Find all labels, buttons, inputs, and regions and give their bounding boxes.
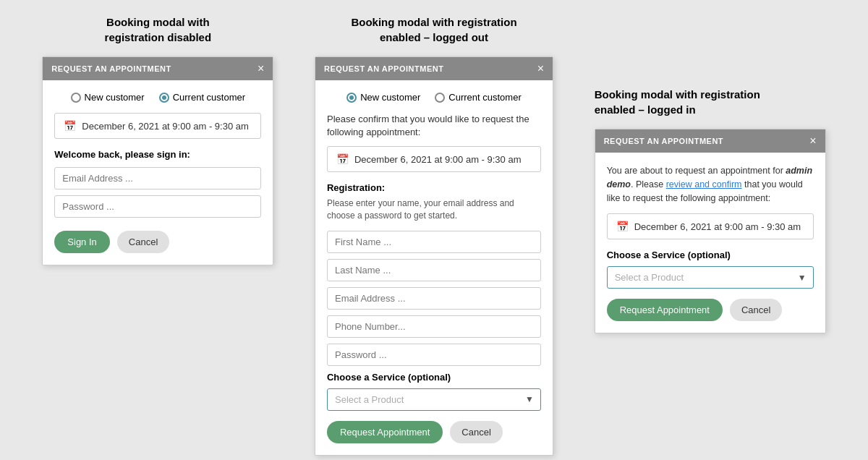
middle-lastname-input[interactable] — [327, 259, 541, 281]
left-section: Booking modal withregistration disabled … — [42, 14, 273, 265]
middle-radio-group: New customer Current customer — [327, 92, 541, 103]
right-modal: REQUEST AN APPOINTMENT × You are about t… — [595, 129, 826, 333]
left-modal-close[interactable]: × — [258, 63, 264, 74]
right-confirm-link[interactable]: review and confirm — [666, 179, 742, 189]
right-btn-row: Request Appointment Cancel — [607, 299, 814, 321]
middle-modal-body: New customer Current customer Please con… — [315, 80, 553, 455]
middle-select-wrapper: Select a Product ▼ — [327, 388, 541, 411]
left-signin-button[interactable]: Sign In — [54, 231, 109, 253]
middle-btn-row: Request Appointment Cancel — [327, 421, 541, 443]
left-radio-new[interactable]: New customer — [71, 92, 145, 103]
right-confirm-text: You are about to request an appointment … — [607, 164, 814, 205]
middle-section: Booking modal with registrationenabled –… — [315, 14, 553, 456]
left-radio-group: New customer Current customer — [54, 92, 261, 103]
middle-firstname-input[interactable] — [327, 231, 541, 253]
left-date-display: 📅 December 6, 2021 at 9:00 am - 9:30 am — [54, 113, 261, 139]
left-modal: REQUEST AN APPOINTMENT × New customer Cu… — [42, 56, 273, 265]
middle-radio-current[interactable]: Current customer — [435, 92, 521, 103]
right-service-label: Choose a Service (optional) — [607, 250, 814, 260]
right-modal-header: REQUEST AN APPOINTMENT × — [595, 129, 825, 153]
middle-calendar-icon: 📅 — [336, 153, 349, 165]
middle-date-display: 📅 December 6, 2021 at 9:00 am - 9:30 am — [327, 146, 541, 172]
middle-modal-title: REQUEST AN APPOINTMENT — [324, 64, 443, 73]
middle-request-button[interactable]: Request Appointment — [327, 421, 443, 443]
right-date-display: 📅 December 6, 2021 at 9:00 am - 9:30 am — [607, 213, 814, 239]
middle-modal-header: REQUEST AN APPOINTMENT × — [315, 57, 553, 80]
middle-service-label: Choose a Service (optional) — [327, 372, 541, 383]
left-modal-header: REQUEST AN APPOINTMENT × — [43, 57, 273, 80]
left-modal-body: New customer Current customer 📅 December… — [43, 80, 273, 265]
middle-email-input[interactable] — [327, 287, 541, 310]
left-radio-current[interactable]: Current customer — [159, 92, 245, 103]
right-request-button[interactable]: Request Appointment — [607, 299, 723, 321]
right-cancel-button[interactable]: Cancel — [730, 299, 782, 321]
middle-modal-close[interactable]: × — [537, 63, 544, 74]
left-radio-new-circle — [71, 93, 81, 103]
middle-password-input[interactable] — [327, 344, 541, 366]
middle-radio-new-label: New customer — [360, 92, 420, 103]
right-select-wrapper: Select a Product ▼ — [607, 266, 814, 289]
right-calendar-icon: 📅 — [616, 221, 629, 232]
middle-product-select[interactable]: Select a Product — [327, 388, 541, 411]
left-password-input[interactable] — [54, 195, 261, 218]
right-title: Booking modal with registrationenabled –… — [595, 87, 760, 117]
right-confirm-mid: . Please — [631, 179, 666, 189]
left-calendar-icon: 📅 — [64, 120, 76, 132]
right-confirm-pre: You are about to request an appointment … — [607, 166, 786, 176]
left-radio-current-circle — [159, 93, 169, 103]
left-date-text: December 6, 2021 at 9:00 am - 9:30 am — [82, 121, 249, 132]
right-date-text: December 6, 2021 at 9:00 am - 9:30 am — [634, 221, 801, 232]
left-btn-row: Sign In Cancel — [54, 231, 261, 253]
middle-reg-title: Registration: — [327, 182, 541, 193]
middle-reg-desc: Please enter your name, your email addre… — [327, 197, 541, 222]
middle-date-text: December 6, 2021 at 9:00 am - 9:30 am — [354, 154, 522, 165]
left-modal-title: REQUEST AN APPOINTMENT — [51, 64, 171, 73]
right-modal-body: You are about to request an appointment … — [595, 153, 825, 333]
middle-title: Booking modal with registrationenabled –… — [351, 14, 516, 45]
left-radio-new-label: New customer — [85, 92, 145, 103]
middle-phone-input[interactable] — [327, 315, 541, 338]
right-product-select[interactable]: Select a Product — [607, 266, 814, 289]
left-welcome-text: Welcome back, please sign in: — [54, 149, 261, 160]
middle-modal: REQUEST AN APPOINTMENT × New customer Cu… — [315, 56, 553, 456]
middle-radio-current-label: Current customer — [448, 92, 521, 103]
right-modal-title: REQUEST AN APPOINTMENT — [604, 137, 723, 145]
middle-radio-new[interactable]: New customer — [346, 92, 420, 103]
left-email-input[interactable] — [54, 167, 261, 189]
right-section: Booking modal with registrationenabled –… — [595, 14, 826, 333]
middle-confirm-text: Please confirm that you would like to re… — [327, 113, 541, 139]
left-title: Booking modal withregistration disabled — [105, 14, 212, 45]
middle-cancel-button[interactable]: Cancel — [450, 421, 502, 443]
middle-radio-current-circle — [435, 93, 445, 103]
left-radio-current-label: Current customer — [173, 92, 245, 103]
right-modal-close[interactable]: × — [809, 135, 816, 147]
left-cancel-button[interactable]: Cancel — [117, 231, 169, 253]
middle-radio-new-circle — [346, 93, 357, 103]
